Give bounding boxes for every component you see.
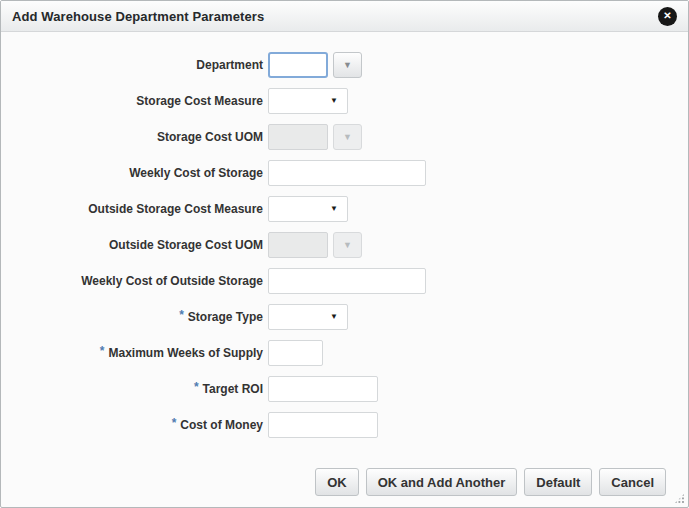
field-label: Outside Storage Cost UOM (1, 238, 263, 252)
field-label: Storage Cost Measure (1, 94, 263, 108)
close-icon: ✕ (663, 11, 671, 21)
required-marker: * (100, 344, 105, 358)
close-button[interactable]: ✕ (658, 7, 677, 26)
field-label: * Cost of Money (1, 418, 263, 432)
field-row-weekly-cost-of-storage: Weekly Cost of Storage (1, 160, 688, 186)
field-row-target-roi: * Target ROI (1, 376, 688, 402)
field-row-storage-cost-measure: Storage Cost Measure ▼ (1, 88, 688, 114)
dialog-footer: OK OK and Add Another Default Cancel (315, 468, 666, 496)
default-button[interactable]: Default (524, 468, 592, 496)
required-marker: * (179, 308, 184, 322)
select-caret-icon: ▼ (330, 205, 338, 213)
field-label: Outside Storage Cost Measure (1, 202, 263, 216)
field-row-storage-cost-uom: Storage Cost UOM ▼ (1, 124, 688, 150)
dialog-titlebar: Add Warehouse Department Parameters ✕ (1, 1, 688, 32)
maximum-weeks-of-supply-input[interactable] (268, 340, 323, 366)
field-row-outside-storage-cost-measure: Outside Storage Cost Measure ▼ (1, 196, 688, 222)
storage-cost-measure-select[interactable]: ▼ (268, 88, 348, 114)
dropdown-arrow-icon: ▼ (343, 61, 352, 70)
select-caret-icon: ▼ (330, 97, 338, 105)
field-row-outside-storage-cost-uom: Outside Storage Cost UOM ▼ (1, 232, 688, 258)
weekly-cost-of-storage-input[interactable] (268, 160, 426, 186)
required-marker: * (172, 416, 177, 430)
field-label: Storage Cost UOM (1, 130, 263, 144)
outside-storage-cost-uom-lov-button: ▼ (333, 232, 362, 258)
storage-type-select[interactable]: ▼ (268, 304, 348, 330)
field-label-text: Storage Type (188, 310, 263, 324)
parameters-form: Department ▼ Storage Cost Measure ▼ Stor… (1, 32, 688, 438)
ok-button[interactable]: OK (315, 468, 359, 496)
target-roi-input[interactable] (268, 376, 378, 402)
department-lov-button[interactable]: ▼ (333, 52, 362, 78)
field-label: * Storage Type (1, 310, 263, 324)
required-marker: * (194, 380, 199, 394)
field-label: Weekly Cost of Outside Storage (1, 274, 263, 288)
cost-of-money-input[interactable] (268, 412, 378, 438)
field-label: Weekly Cost of Storage (1, 166, 263, 180)
ok-and-add-another-button[interactable]: OK and Add Another (366, 468, 518, 496)
storage-cost-uom-input (268, 124, 328, 150)
dropdown-arrow-icon: ▼ (343, 241, 352, 250)
storage-cost-uom-lov-button: ▼ (333, 124, 362, 150)
field-row-maximum-weeks-of-supply: * Maximum Weeks of Supply (1, 340, 688, 366)
outside-storage-cost-uom-input (268, 232, 328, 258)
dialog-title: Add Warehouse Department Parameters (12, 9, 658, 24)
field-row-storage-type: * Storage Type ▼ (1, 304, 688, 330)
outside-storage-cost-measure-select[interactable]: ▼ (268, 196, 348, 222)
cancel-button[interactable]: Cancel (599, 468, 666, 496)
field-label: Department (1, 58, 263, 72)
field-row-weekly-cost-of-outside-storage: Weekly Cost of Outside Storage (1, 268, 688, 294)
dropdown-arrow-icon: ▼ (343, 133, 352, 142)
field-label-text: Cost of Money (180, 418, 263, 432)
field-label-text: Maximum Weeks of Supply (109, 346, 263, 360)
field-label-text: Target ROI (203, 382, 263, 396)
select-caret-icon: ▼ (330, 313, 338, 321)
resize-grip-icon[interactable] (674, 493, 685, 504)
department-input[interactable] (268, 52, 328, 78)
field-label: * Target ROI (1, 382, 263, 396)
weekly-cost-of-outside-storage-input[interactable] (268, 268, 426, 294)
field-label: * Maximum Weeks of Supply (1, 346, 263, 360)
field-row-cost-of-money: * Cost of Money (1, 412, 688, 438)
add-warehouse-department-parameters-dialog: Add Warehouse Department Parameters ✕ De… (0, 0, 689, 508)
field-row-department: Department ▼ (1, 52, 688, 78)
